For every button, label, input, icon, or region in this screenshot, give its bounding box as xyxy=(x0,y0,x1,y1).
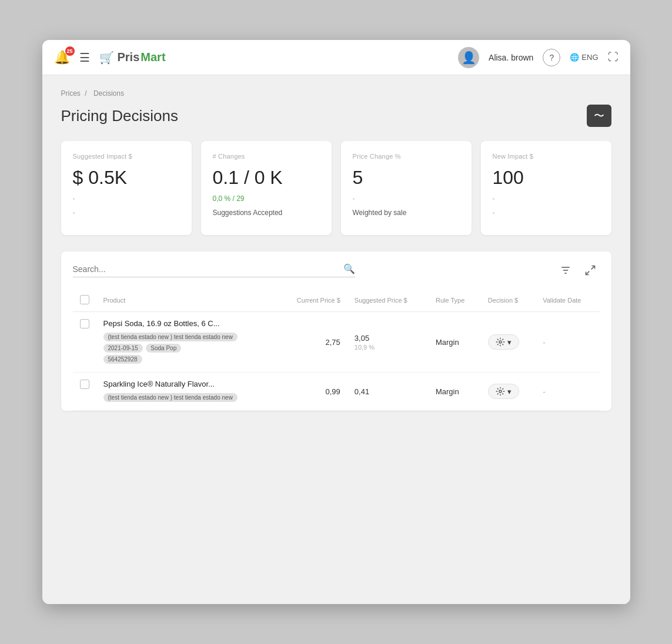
logo-mart: Mart xyxy=(141,51,165,64)
tag-store-1: (test tienda estado new ) test tienda es… xyxy=(103,333,238,341)
breadcrumb: Prices / Decisions xyxy=(61,89,611,98)
row-validate-date-2: - xyxy=(536,373,599,411)
chart-button[interactable]: 〜 xyxy=(587,105,611,127)
username[interactable]: Alisa. brown xyxy=(489,53,533,62)
stat-sub2-2: Suggestions Accepted xyxy=(213,209,320,217)
header-right: 👤 Alisa. brown ? 🌐 ENG ⛶ xyxy=(458,47,618,68)
breadcrumb-prices[interactable]: Prices xyxy=(61,89,81,98)
stat-sub2-1: - xyxy=(73,209,180,217)
svg-point-5 xyxy=(499,341,502,343)
header: 🔔 25 ☰ 🛒 Pris Mart 👤 Alisa. brown ? 🌐 EN… xyxy=(42,40,630,75)
breadcrumb-decisions: Decisions xyxy=(93,89,124,98)
page-title: Pricing Decisions xyxy=(61,107,178,125)
hamburger-button[interactable]: ☰ xyxy=(79,51,90,65)
rule-type-value-1: Margin xyxy=(436,338,459,347)
stat-sub1-2: 0,0 % / 29 xyxy=(213,194,320,203)
suggested-price-percent-1: 10,9 % xyxy=(355,344,422,351)
search-actions xyxy=(556,261,600,280)
logo-pris: Pris xyxy=(118,51,140,64)
search-input[interactable] xyxy=(73,264,343,274)
pricing-table: Product Current Price $ Suggested Price … xyxy=(73,289,600,411)
th-product: Product xyxy=(96,289,278,312)
svg-line-4 xyxy=(586,271,589,275)
rule-type-value-2: Margin xyxy=(436,387,459,396)
stat-label-2: # Changes xyxy=(213,153,320,160)
notification-button[interactable]: 🔔 25 xyxy=(54,50,70,65)
stat-card-suggested-impact: Suggested Impact $ $ 0.5K - - xyxy=(61,141,192,235)
row-suggested-price-2: 0,41 xyxy=(347,373,429,411)
th-checkbox xyxy=(73,289,96,312)
table-wrap: Product Current Price $ Suggested Price … xyxy=(73,289,600,411)
validate-date-value-1: - xyxy=(543,338,545,347)
row-checkbox-2[interactable] xyxy=(80,380,89,389)
suggested-price-value-2: 0,41 xyxy=(355,387,422,396)
stat-sub1-1: - xyxy=(73,194,180,203)
th-current-price: Current Price $ xyxy=(278,289,347,312)
th-suggested-price: Suggested Price $ xyxy=(347,289,429,312)
stat-label-4: New Impact $ xyxy=(493,153,600,160)
stat-card-changes: # Changes 0.1 / 0 K 0,0 % / 29 Suggestio… xyxy=(201,141,332,235)
stat-value-2: 0.1 / 0 K xyxy=(213,167,320,189)
chart-icon: 〜 xyxy=(594,109,604,123)
tag-id-1: 564252928 xyxy=(103,355,142,364)
tag-store-2: (test tienda estado new ) test tienda es… xyxy=(103,393,238,402)
logo-cart-icon: 🛒 xyxy=(99,51,114,65)
notification-badge: 25 xyxy=(65,46,75,56)
language-label: ENG xyxy=(581,53,598,62)
row-checkbox-1[interactable] xyxy=(80,319,89,328)
product-name-2: Sparkling Ice® Naturally Flavor... xyxy=(103,380,270,388)
fullscreen-button[interactable]: ⛶ xyxy=(608,51,618,63)
svg-point-6 xyxy=(499,390,502,393)
decision-button-2[interactable]: ▾ xyxy=(488,384,519,399)
svg-line-3 xyxy=(591,266,594,270)
th-rule-type: Rule Type xyxy=(429,289,481,312)
stat-sub2-4: - xyxy=(493,209,600,217)
app-window: 🔔 25 ☰ 🛒 Pris Mart 👤 Alisa. brown ? 🌐 EN… xyxy=(42,40,630,604)
row-decision-2: ▾ xyxy=(481,373,536,411)
product-name-1: Pepsi Soda, 16.9 oz Bottles, 6 C... xyxy=(103,319,270,328)
table-row: Pepsi Soda, 16.9 oz Bottles, 6 C... (tes… xyxy=(73,312,600,373)
current-price-value-2: 0,99 xyxy=(326,387,340,396)
row-current-price-2: 0,99 xyxy=(278,373,347,411)
decision-button-1[interactable]: ▾ xyxy=(488,334,519,350)
table-row: Sparkling Ice® Naturally Flavor... (test… xyxy=(73,373,600,411)
tag-date-1: 2021-09-15 xyxy=(103,344,143,353)
expand-button[interactable] xyxy=(581,261,600,280)
search-row: 🔍 xyxy=(73,261,600,280)
row-rule-type-2: Margin xyxy=(429,373,481,411)
stat-label-1: Suggested Impact $ xyxy=(73,153,180,160)
row-checkbox-cell-1 xyxy=(73,312,96,373)
decision-value-1: ▾ xyxy=(507,338,511,347)
validate-date-value-2: - xyxy=(543,387,545,396)
logo: 🛒 Pris Mart xyxy=(99,51,166,65)
decision-value-2: ▾ xyxy=(507,387,511,396)
breadcrumb-separator: / xyxy=(85,89,86,98)
search-input-wrap: 🔍 xyxy=(73,263,355,277)
language-button[interactable]: 🌐 ENG xyxy=(570,53,598,62)
page-title-row: Pricing Decisions 〜 xyxy=(61,105,611,127)
stat-card-price-change: Price Change % 5 - Weighted by sale xyxy=(341,141,472,235)
select-all-checkbox[interactable] xyxy=(80,295,89,304)
row-checkbox-cell-2 xyxy=(73,373,96,411)
stat-sub2-3: Weighted by sale xyxy=(353,209,460,217)
filter-button[interactable] xyxy=(556,261,575,280)
current-price-value-1: 2,75 xyxy=(326,338,340,347)
stat-value-1: $ 0.5K xyxy=(73,167,180,189)
globe-icon: 🌐 xyxy=(570,53,579,62)
stat-sub1-3: - xyxy=(353,194,460,203)
stats-row: Suggested Impact $ $ 0.5K - - # Changes … xyxy=(61,141,611,235)
tag-category-1: Soda Pop xyxy=(146,344,181,353)
avatar[interactable]: 👤 xyxy=(458,47,479,68)
stat-value-3: 5 xyxy=(353,167,460,189)
stat-card-new-impact: New Impact $ 100 - - xyxy=(481,141,611,235)
search-section: 🔍 xyxy=(61,251,611,411)
help-button[interactable]: ? xyxy=(543,49,560,66)
row-product-2: Sparkling Ice® Naturally Flavor... (test… xyxy=(96,373,278,411)
search-icon: 🔍 xyxy=(343,263,355,274)
th-validate-date: Validate Date xyxy=(536,289,599,312)
row-validate-date-1: - xyxy=(536,312,599,373)
stat-sub1-4: - xyxy=(493,194,600,203)
row-current-price-1: 2,75 xyxy=(278,312,347,373)
stat-label-3: Price Change % xyxy=(353,153,460,160)
header-left: 🔔 25 ☰ 🛒 Pris Mart xyxy=(54,50,449,65)
